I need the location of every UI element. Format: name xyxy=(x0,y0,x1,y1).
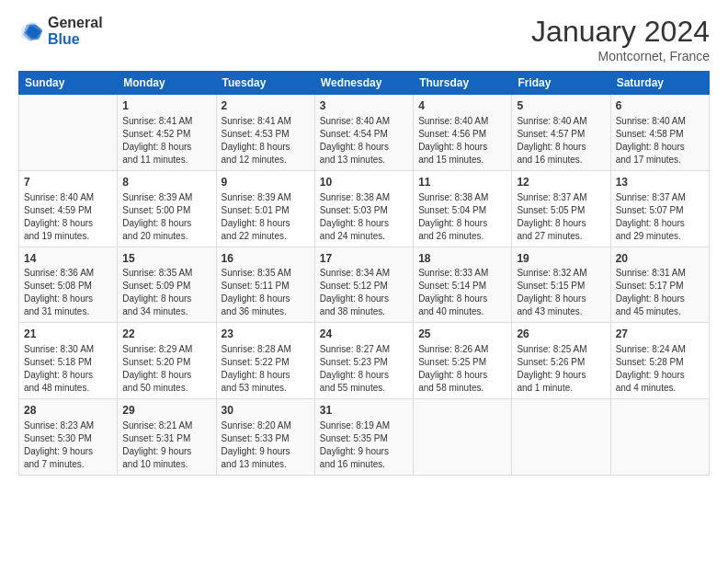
day-number: 21 xyxy=(24,327,112,342)
day-info: Sunrise: 8:31 AM Sunset: 5:17 PM Dayligh… xyxy=(616,268,686,316)
header-row: SundayMondayTuesdayWednesdayThursdayFrid… xyxy=(19,72,710,95)
calendar-body: 1Sunrise: 8:41 AM Sunset: 4:52 PM Daylig… xyxy=(19,95,710,476)
header-cell-friday: Friday xyxy=(512,72,610,95)
day-cell: 22Sunrise: 8:29 AM Sunset: 5:20 PM Dayli… xyxy=(118,323,216,399)
day-info: Sunrise: 8:37 AM Sunset: 5:07 PM Dayligh… xyxy=(616,192,686,241)
day-number: 6 xyxy=(616,98,704,114)
calendar-table: SundayMondayTuesdayWednesdayThursdayFrid… xyxy=(18,71,710,476)
day-cell: 16Sunrise: 8:35 AM Sunset: 5:11 PM Dayli… xyxy=(216,247,314,323)
month-title: January 2024 xyxy=(531,15,710,49)
day-info: Sunrise: 8:34 AM Sunset: 5:12 PM Dayligh… xyxy=(320,268,390,316)
day-info: Sunrise: 8:40 AM Sunset: 4:56 PM Dayligh… xyxy=(418,116,488,165)
day-number: 4 xyxy=(418,98,506,114)
day-cell: 24Sunrise: 8:27 AM Sunset: 5:23 PM Dayli… xyxy=(314,323,413,399)
header-cell-sunday: Sunday xyxy=(19,72,118,95)
day-cell xyxy=(19,95,118,171)
day-number: 9 xyxy=(222,175,310,190)
day-number: 30 xyxy=(222,403,310,419)
day-info: Sunrise: 8:28 AM Sunset: 5:22 PM Dayligh… xyxy=(222,344,291,393)
day-cell: 25Sunrise: 8:26 AM Sunset: 5:25 PM Dayli… xyxy=(414,323,512,399)
day-number: 23 xyxy=(222,327,310,342)
header-cell-tuesday: Tuesday xyxy=(216,72,314,95)
day-info: Sunrise: 8:30 AM Sunset: 5:18 PM Dayligh… xyxy=(24,344,94,393)
day-cell: 7Sunrise: 8:40 AM Sunset: 4:59 PM Daylig… xyxy=(19,170,118,247)
day-number: 3 xyxy=(320,98,408,114)
day-cell xyxy=(610,399,709,476)
day-number: 29 xyxy=(122,403,210,419)
week-row-1: 7Sunrise: 8:40 AM Sunset: 4:59 PM Daylig… xyxy=(19,170,710,247)
day-cell: 9Sunrise: 8:39 AM Sunset: 5:01 PM Daylig… xyxy=(216,170,314,247)
day-info: Sunrise: 8:36 AM Sunset: 5:08 PM Dayligh… xyxy=(24,268,94,316)
day-info: Sunrise: 8:38 AM Sunset: 5:03 PM Dayligh… xyxy=(320,192,390,241)
day-cell: 12Sunrise: 8:37 AM Sunset: 5:05 PM Dayli… xyxy=(512,170,610,247)
day-number: 26 xyxy=(517,327,605,342)
day-cell: 11Sunrise: 8:38 AM Sunset: 5:04 PM Dayli… xyxy=(414,170,512,247)
day-info: Sunrise: 8:24 AM Sunset: 5:28 PM Dayligh… xyxy=(616,344,686,393)
day-cell: 26Sunrise: 8:25 AM Sunset: 5:26 PM Dayli… xyxy=(512,323,610,399)
day-number: 1 xyxy=(122,98,210,114)
day-info: Sunrise: 8:26 AM Sunset: 5:25 PM Dayligh… xyxy=(418,344,488,393)
logo-text: General Blue xyxy=(48,15,103,47)
day-number: 14 xyxy=(24,251,112,267)
day-cell: 15Sunrise: 8:35 AM Sunset: 5:09 PM Dayli… xyxy=(118,247,216,323)
title-section: January 2024 Montcornet, France xyxy=(531,15,710,63)
day-cell: 30Sunrise: 8:20 AM Sunset: 5:33 PM Dayli… xyxy=(216,399,314,476)
day-cell: 13Sunrise: 8:37 AM Sunset: 5:07 PM Dayli… xyxy=(610,170,709,247)
location: Montcornet, France xyxy=(531,49,710,63)
day-cell: 3Sunrise: 8:40 AM Sunset: 4:54 PM Daylig… xyxy=(314,95,413,171)
day-number: 19 xyxy=(517,251,605,267)
header-cell-thursday: Thursday xyxy=(414,72,512,95)
day-info: Sunrise: 8:37 AM Sunset: 5:05 PM Dayligh… xyxy=(517,192,586,241)
day-cell: 1Sunrise: 8:41 AM Sunset: 4:52 PM Daylig… xyxy=(118,95,216,171)
day-number: 12 xyxy=(517,175,605,190)
day-cell: 31Sunrise: 8:19 AM Sunset: 5:35 PM Dayli… xyxy=(314,399,413,476)
day-number: 28 xyxy=(24,403,112,419)
day-cell: 28Sunrise: 8:23 AM Sunset: 5:30 PM Dayli… xyxy=(19,399,118,476)
week-row-2: 14Sunrise: 8:36 AM Sunset: 5:08 PM Dayli… xyxy=(19,247,710,323)
day-info: Sunrise: 8:35 AM Sunset: 5:11 PM Dayligh… xyxy=(222,268,291,316)
day-info: Sunrise: 8:41 AM Sunset: 4:53 PM Dayligh… xyxy=(222,116,291,165)
day-number: 10 xyxy=(320,175,408,190)
day-cell xyxy=(512,399,610,476)
week-row-0: 1Sunrise: 8:41 AM Sunset: 4:52 PM Daylig… xyxy=(19,95,710,171)
header: General Blue January 2024 Montcornet, Fr… xyxy=(18,15,710,63)
day-number: 25 xyxy=(418,327,506,342)
day-info: Sunrise: 8:33 AM Sunset: 5:14 PM Dayligh… xyxy=(418,268,488,316)
day-cell: 10Sunrise: 8:38 AM Sunset: 5:03 PM Dayli… xyxy=(314,170,413,247)
logo: General Blue xyxy=(18,15,103,47)
day-cell: 2Sunrise: 8:41 AM Sunset: 4:53 PM Daylig… xyxy=(216,95,314,171)
day-info: Sunrise: 8:27 AM Sunset: 5:23 PM Dayligh… xyxy=(320,344,390,393)
day-cell: 29Sunrise: 8:21 AM Sunset: 5:31 PM Dayli… xyxy=(118,399,216,476)
day-cell: 14Sunrise: 8:36 AM Sunset: 5:08 PM Dayli… xyxy=(19,247,118,323)
day-cell: 18Sunrise: 8:33 AM Sunset: 5:14 PM Dayli… xyxy=(414,247,512,323)
logo-icon xyxy=(18,18,44,44)
day-cell: 5Sunrise: 8:40 AM Sunset: 4:57 PM Daylig… xyxy=(512,95,610,171)
day-number: 27 xyxy=(616,327,704,342)
day-number: 16 xyxy=(222,251,310,267)
header-cell-saturday: Saturday xyxy=(610,72,709,95)
day-cell: 20Sunrise: 8:31 AM Sunset: 5:17 PM Dayli… xyxy=(610,247,709,323)
day-number: 7 xyxy=(24,175,112,190)
logo-general-text: General xyxy=(48,15,103,31)
day-number: 17 xyxy=(320,251,408,267)
day-info: Sunrise: 8:21 AM Sunset: 5:31 PM Dayligh… xyxy=(122,420,192,469)
day-cell: 4Sunrise: 8:40 AM Sunset: 4:56 PM Daylig… xyxy=(414,95,512,171)
day-cell: 27Sunrise: 8:24 AM Sunset: 5:28 PM Dayli… xyxy=(610,323,709,399)
day-info: Sunrise: 8:23 AM Sunset: 5:30 PM Dayligh… xyxy=(24,420,94,469)
header-cell-wednesday: Wednesday xyxy=(314,72,413,95)
week-row-3: 21Sunrise: 8:30 AM Sunset: 5:18 PM Dayli… xyxy=(19,323,710,399)
day-info: Sunrise: 8:38 AM Sunset: 5:04 PM Dayligh… xyxy=(418,192,488,241)
week-row-4: 28Sunrise: 8:23 AM Sunset: 5:30 PM Dayli… xyxy=(19,399,710,476)
day-number: 18 xyxy=(418,251,506,267)
logo-blue-text: Blue xyxy=(48,31,103,48)
day-info: Sunrise: 8:20 AM Sunset: 5:33 PM Dayligh… xyxy=(222,420,291,469)
day-info: Sunrise: 8:32 AM Sunset: 5:15 PM Dayligh… xyxy=(517,268,586,316)
calendar-header: SundayMondayTuesdayWednesdayThursdayFrid… xyxy=(19,72,710,95)
day-number: 2 xyxy=(222,98,310,114)
header-cell-monday: Monday xyxy=(118,72,216,95)
day-number: 22 xyxy=(122,327,210,342)
day-number: 24 xyxy=(320,327,408,342)
day-number: 13 xyxy=(616,175,704,190)
day-cell: 8Sunrise: 8:39 AM Sunset: 5:00 PM Daylig… xyxy=(118,170,216,247)
day-number: 8 xyxy=(122,175,210,190)
